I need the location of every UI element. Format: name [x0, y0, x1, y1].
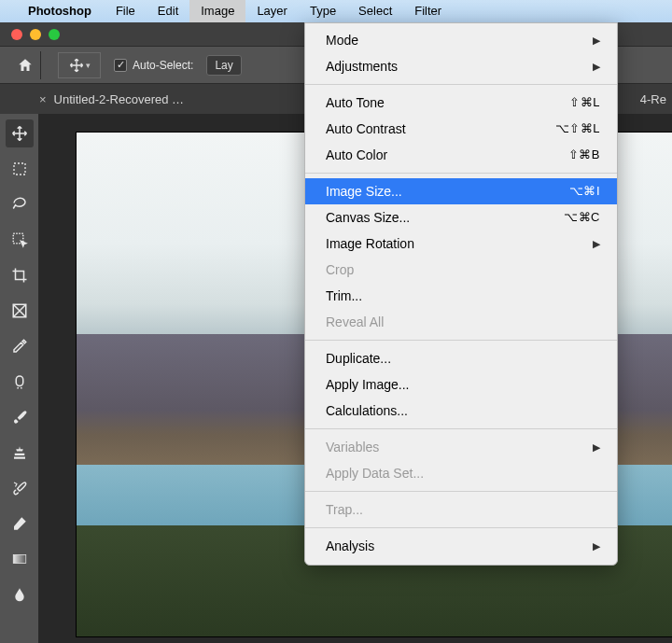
menu-item-shortcut: ⌥⌘I [569, 182, 600, 201]
quick-selection-tool[interactable] [6, 226, 34, 254]
menu-item-variables: Variables▶ [305, 434, 617, 460]
eyedropper-tool-icon [11, 338, 28, 355]
clone-stamp-tool-icon [11, 444, 28, 461]
eyedropper-tool[interactable] [6, 332, 34, 360]
menu-item-duplicate[interactable]: Duplicate... [305, 345, 617, 371]
document-tab-overflow-label: 4-Re [640, 92, 666, 106]
menu-item-crop: Crop [305, 257, 617, 283]
menu-item-auto-contrast[interactable]: Auto Contrast⌥⇧⌘L [305, 116, 617, 142]
auto-select-label: Auto-Select: [133, 59, 193, 72]
history-brush-tool[interactable] [6, 474, 34, 502]
menubar-image[interactable]: Image [189, 0, 245, 22]
window-close-button[interactable] [11, 29, 22, 40]
menu-item-trim[interactable]: Trim... [305, 283, 617, 309]
healing-brush-tool-icon [11, 373, 28, 390]
brush-tool-icon [11, 409, 28, 426]
menu-item-auto-color[interactable]: Auto Color⇧⌘B [305, 142, 617, 168]
menu-item-label: Auto Tone [326, 93, 385, 112]
menu-item-label: Trim... [326, 287, 362, 305]
blur-tool[interactable] [6, 580, 34, 608]
menu-item-shortcut: ⇧⌘L [569, 93, 600, 112]
gradient-tool[interactable] [6, 545, 34, 573]
menu-item-apply-data-set: Apply Data Set... [305, 460, 617, 486]
document-tab-label: Untitled-2-Recovered … [54, 92, 184, 106]
menu-item-label: Calculations... [326, 401, 408, 420]
chevron-right-icon: ▶ [593, 31, 600, 49]
clone-stamp-tool[interactable] [6, 439, 34, 467]
menubar-file[interactable]: File [105, 0, 147, 22]
crop-tool-icon [11, 267, 28, 284]
chevron-down-icon: ▾ [86, 61, 91, 70]
menu-item-label: Mode [326, 31, 358, 49]
close-tab-icon[interactable]: × [39, 92, 47, 106]
move-icon [69, 58, 84, 73]
menu-item-label: Auto Color [326, 146, 387, 164]
chevron-right-icon: ▶ [593, 438, 600, 456]
auto-select-checkbox[interactable]: ✓ [114, 59, 127, 72]
menu-item-label: Duplicate... [326, 349, 391, 368]
menu-item-label: Auto Contrast [326, 119, 406, 138]
menubar-layer[interactable]: Layer [245, 0, 299, 22]
menu-item-label: Trap... [326, 500, 363, 519]
move-tool-icon [11, 125, 28, 142]
menu-item-label: Analysis [326, 537, 374, 555]
home-icon [17, 57, 34, 74]
tool-panel [0, 114, 39, 643]
menu-item-label: Reveal All [326, 313, 384, 331]
document-tab-active[interactable]: × Untitled-2-Recovered … [39, 92, 184, 106]
frame-tool-icon [11, 302, 28, 319]
menu-item-auto-tone[interactable]: Auto Tone⇧⌘L [305, 90, 617, 116]
menu-item-trap: Trap... [305, 496, 617, 523]
move-tool-preset[interactable]: ▾ [58, 52, 101, 78]
menu-item-mode[interactable]: Mode▶ [305, 27, 617, 53]
svg-rect-0 [14, 163, 25, 175]
image-menu-dropdown: Mode▶Adjustments▶Auto Tone⇧⌘LAuto Contra… [304, 22, 618, 566]
menubar-filter[interactable]: Filter [403, 0, 453, 22]
lasso-tool-icon [11, 196, 28, 213]
menu-item-image-size[interactable]: Image Size...⌥⌘I [305, 178, 617, 204]
auto-select-dropdown[interactable]: Lay [206, 55, 241, 76]
menu-item-adjustments[interactable]: Adjustments▶ [305, 53, 617, 79]
chevron-right-icon: ▶ [593, 57, 600, 76]
menu-item-apply-image[interactable]: Apply Image... [305, 371, 617, 398]
menu-item-canvas-size[interactable]: Canvas Size...⌥⌘C [305, 204, 617, 231]
window-minimize-button[interactable] [30, 29, 41, 40]
chevron-right-icon: ▶ [593, 537, 600, 555]
auto-select-value: Lay [215, 59, 232, 72]
menubar-app-name[interactable]: Photoshop [24, 0, 105, 22]
menu-item-image-rotation[interactable]: Image Rotation▶ [305, 231, 617, 257]
eraser-tool[interactable] [6, 510, 34, 538]
menu-item-shortcut: ⇧⌘B [568, 146, 600, 164]
document-tab-overflow[interactable]: 4-Re [635, 84, 672, 114]
svg-rect-3 [16, 376, 23, 386]
eraser-tool-icon [11, 515, 28, 532]
gradient-tool-icon [11, 551, 28, 567]
marquee-tool-icon [12, 161, 27, 176]
menu-item-calculations[interactable]: Calculations... [305, 398, 617, 424]
crop-tool[interactable] [6, 261, 34, 289]
menu-item-label: Adjustments [326, 57, 398, 76]
lasso-tool[interactable] [6, 190, 34, 218]
frame-tool[interactable] [6, 297, 34, 325]
healing-brush-tool[interactable] [6, 368, 34, 396]
menu-item-analysis[interactable]: Analysis▶ [305, 533, 617, 559]
menu-item-reveal-all: Reveal All [305, 309, 617, 335]
menubar-select[interactable]: Select [347, 0, 403, 22]
menubar-type[interactable]: Type [299, 0, 347, 22]
menu-item-label: Variables [326, 438, 379, 456]
menu-item-label: Image Size... [326, 182, 402, 201]
move-tool[interactable] [6, 119, 34, 147]
menubar-edit[interactable]: Edit [147, 0, 189, 22]
history-brush-tool-icon [11, 480, 28, 496]
svg-rect-4 [13, 555, 26, 564]
quick-selection-tool-icon [11, 231, 28, 248]
menu-item-label: Crop [326, 260, 354, 279]
menu-item-label: Canvas Size... [326, 208, 410, 227]
mac-menubar: Photoshop File Edit Image Layer Type Sel… [0, 0, 672, 22]
home-button[interactable] [9, 51, 41, 79]
window-zoom-button[interactable] [49, 29, 60, 40]
marquee-tool[interactable] [6, 155, 34, 183]
blur-tool-icon [12, 586, 27, 603]
brush-tool[interactable] [6, 403, 34, 431]
auto-select-checkbox-row: ✓ Auto-Select: [114, 59, 193, 72]
